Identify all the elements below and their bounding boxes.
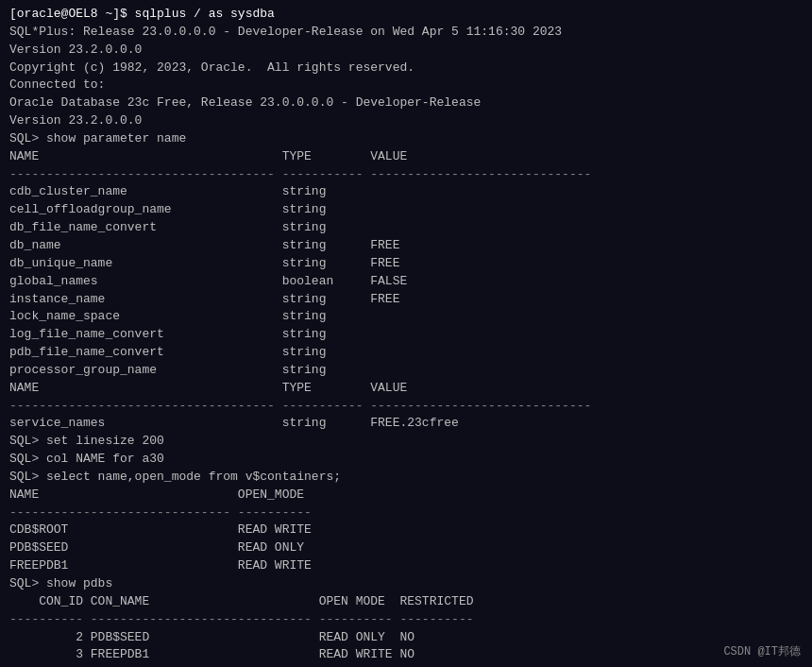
terminal-line: ------------------------------------ ---… (9, 398, 803, 416)
terminal-line: SQL> col NAME for a30 (9, 451, 803, 469)
terminal-line: global_names boolean FALSE (9, 273, 803, 291)
terminal-line: FREEPDB1 READ WRITE (9, 557, 803, 575)
terminal-line: ------------------------------ ---------… (9, 505, 803, 522)
terminal-line: SQL> show parameter name (9, 130, 803, 148)
terminal-line: Copyright (c) 1982, 2023, Oracle. All ri… (9, 60, 803, 77)
terminal-line: Oracle Database 23c Free, Release 23.0.0… (9, 94, 803, 112)
terminal-line: NAME OPEN_MODE (9, 487, 803, 505)
terminal-line: SQL*Plus: Release 23.0.0.0.0 - Developer… (9, 24, 803, 42)
terminal-line: ---------- -----------------------------… (9, 611, 803, 629)
terminal-line: instance_name string FREE (9, 291, 803, 309)
terminal-line: 2 PDB$SEED READ ONLY NO (9, 629, 803, 647)
terminal-line: SQL> show pdbs (9, 575, 803, 593)
watermark: CSDN @IT邦德 (723, 643, 801, 659)
terminal-line: Connected to: (9, 77, 803, 94)
terminal-line: db_unique_name string FREE (9, 255, 803, 273)
terminal-line: ------------------------------------ ---… (9, 166, 803, 184)
terminal-line: CDB$ROOT READ WRITE (9, 522, 803, 539)
terminal-line: NAME TYPE VALUE (9, 148, 803, 166)
terminal-line: service_names string FREE.23cfree (9, 415, 803, 433)
terminal-line: cdb_cluster_name string (9, 183, 803, 201)
terminal-line: db_name string FREE (9, 237, 803, 255)
terminal-window: [oracle@OEL8 ~]$ sqlplus / as sysdbaSQL*… (0, 0, 812, 667)
terminal-line: CON_ID CON_NAME OPEN MODE RESTRICTED (9, 593, 803, 611)
terminal-line: NAME TYPE VALUE (9, 380, 803, 398)
terminal-line: pdb_file_name_convert string (9, 344, 803, 362)
terminal-line: 3 FREEPDB1 READ WRITE NO (9, 646, 803, 664)
terminal-line: Version 23.2.0.0.0 (9, 112, 803, 130)
terminal-line: db_file_name_convert string (9, 219, 803, 237)
terminal-line: lock_name_space string (9, 308, 803, 326)
terminal-line: [oracle@OEL8 ~]$ sqlplus / as sysdba (9, 6, 803, 24)
terminal-line: SQL> set linesize 200 (9, 433, 803, 451)
terminal-line: Version 23.2.0.0.0 (9, 42, 803, 60)
terminal-line: cell_offloadgroup_name string (9, 201, 803, 219)
terminal-line: processor_group_name string (9, 362, 803, 380)
terminal-line: SQL> select name,open_mode from v$contai… (9, 469, 803, 487)
terminal-line: log_file_name_convert string (9, 326, 803, 344)
terminal-line: PDB$SEED READ ONLY (9, 539, 803, 557)
